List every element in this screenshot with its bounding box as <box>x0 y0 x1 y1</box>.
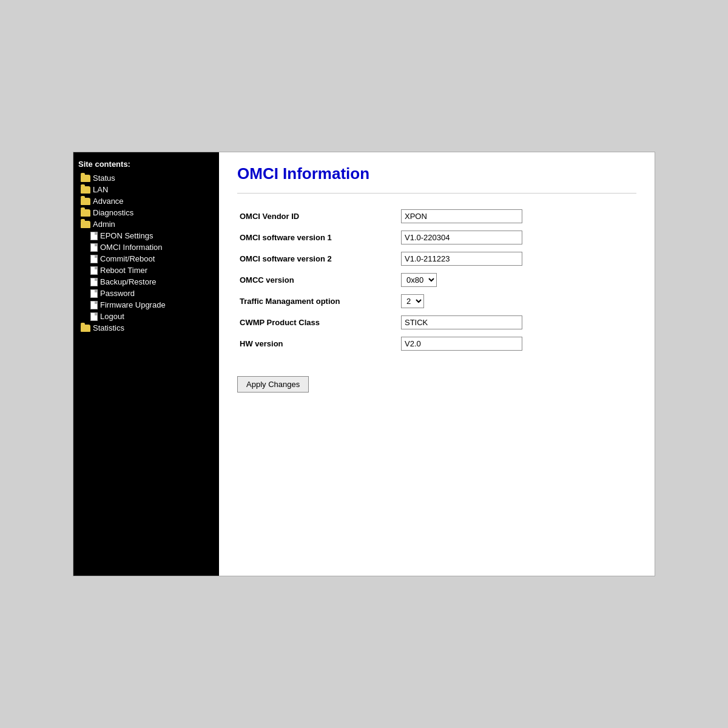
hw-version-input[interactable] <box>401 337 522 351</box>
omcc-version-select[interactable]: 0x80 0x81 0x82 <box>401 273 437 287</box>
sw-version2-input[interactable] <box>401 252 522 266</box>
table-row: OMCI software version 1 <box>237 227 636 248</box>
sidebar-item-statistics-label: Statistics <box>93 323 124 332</box>
doc-icon <box>90 289 98 298</box>
field-value-cwmp <box>395 312 636 333</box>
field-value-traffic: 1 2 3 <box>395 291 636 312</box>
field-value-omcc: 0x80 0x81 0x82 <box>395 269 636 291</box>
button-area: Apply Changes <box>237 366 636 393</box>
sidebar-subitem-omci-label: OMCI Information <box>100 243 163 252</box>
sidebar-item-lan[interactable]: LAN <box>78 184 214 195</box>
sidebar-item-statistics[interactable]: Statistics <box>78 322 214 334</box>
app-frame: Site contents: Status LAN Advance Diagno… <box>73 152 655 576</box>
sidebar-subitem-omci-information[interactable]: OMCI Information <box>78 241 214 253</box>
table-row: HW version <box>237 333 636 354</box>
sidebar-subitem-reboot-label: Reboot Timer <box>100 266 147 275</box>
doc-icon <box>90 278 98 286</box>
sidebar-subitem-backup-restore[interactable]: Backup/Restore <box>78 276 214 288</box>
traffic-mgmt-select[interactable]: 1 2 3 <box>401 294 424 308</box>
doc-icon <box>90 312 98 321</box>
sidebar-item-advance[interactable]: Advance <box>78 195 214 207</box>
field-label-hw: HW version <box>237 333 395 354</box>
cwmp-product-class-input[interactable] <box>401 315 522 329</box>
doc-icon <box>90 255 98 263</box>
field-value-hw <box>395 333 636 354</box>
apply-changes-button[interactable]: Apply Changes <box>237 376 309 393</box>
sidebar-item-status-label: Status <box>93 174 115 183</box>
field-label-sw2: OMCI software version 2 <box>237 248 395 269</box>
sidebar-item-lan-label: LAN <box>93 185 108 194</box>
sidebar-subitem-reboot-timer[interactable]: Reboot Timer <box>78 265 214 276</box>
sidebar-subitem-commit-reboot[interactable]: Commit/Reboot <box>78 253 214 265</box>
sidebar-subitem-logout-label: Logout <box>100 312 124 321</box>
divider <box>237 193 636 194</box>
sidebar-subitem-logout[interactable]: Logout <box>78 311 214 322</box>
field-value-sw2 <box>395 248 636 269</box>
field-value-sw1 <box>395 227 636 248</box>
folder-icon <box>81 175 90 182</box>
doc-icon <box>90 301 98 309</box>
doc-icon <box>90 243 98 252</box>
admin-subitems: EPON Settings OMCI Information Commit/Re… <box>78 230 214 322</box>
sidebar-subitem-password-label: Password <box>100 289 135 298</box>
sidebar-title: Site contents: <box>78 160 214 169</box>
doc-icon <box>90 266 98 275</box>
folder-icon <box>81 198 90 205</box>
sidebar-subitem-firmware-label: Firmware Upgrade <box>100 300 166 309</box>
table-row: OMCC version 0x80 0x81 0x82 <box>237 269 636 291</box>
table-row: OMCI software version 2 <box>237 248 636 269</box>
folder-icon <box>81 186 90 194</box>
field-label-traffic: Traffic Managament option <box>237 291 395 312</box>
sidebar-subitem-password[interactable]: Password <box>78 288 214 299</box>
sidebar-subitem-epon-settings[interactable]: EPON Settings <box>78 230 214 241</box>
folder-icon <box>81 209 90 217</box>
sidebar-item-admin[interactable]: Admin <box>78 218 214 230</box>
doc-icon <box>90 232 98 240</box>
field-value-vendor-id <box>395 206 636 227</box>
sidebar-subitem-backup-label: Backup/Restore <box>100 277 157 286</box>
form-table: OMCI Vendor ID OMCI software version 1 O… <box>237 206 636 354</box>
sidebar-item-status[interactable]: Status <box>78 172 214 184</box>
table-row: Traffic Managament option 1 2 3 <box>237 291 636 312</box>
sidebar-item-diagnostics-label: Diagnostics <box>93 208 133 217</box>
sidebar-item-admin-label: Admin <box>93 220 115 229</box>
table-row: CWMP Product Class <box>237 312 636 333</box>
sidebar-subitem-firmware-upgrade[interactable]: Firmware Upgrade <box>78 299 214 311</box>
sidebar: Site contents: Status LAN Advance Diagno… <box>73 152 219 576</box>
folder-icon <box>81 325 90 332</box>
field-label-sw1: OMCI software version 1 <box>237 227 395 248</box>
table-row: OMCI Vendor ID <box>237 206 636 227</box>
page-title: OMCI Information <box>237 164 636 183</box>
sw-version1-input[interactable] <box>401 231 522 244</box>
sidebar-item-diagnostics[interactable]: Diagnostics <box>78 207 214 218</box>
folder-icon <box>81 221 90 228</box>
field-label-omcc: OMCC version <box>237 269 395 291</box>
field-label-vendor-id: OMCI Vendor ID <box>237 206 395 227</box>
vendor-id-input[interactable] <box>401 209 522 223</box>
sidebar-item-advance-label: Advance <box>93 197 124 206</box>
main-content: OMCI Information OMCI Vendor ID OMCI sof… <box>219 152 655 576</box>
sidebar-subitem-epon-label: EPON Settings <box>100 231 153 240</box>
field-label-cwmp: CWMP Product Class <box>237 312 395 333</box>
sidebar-subitem-commit-label: Commit/Reboot <box>100 254 155 263</box>
